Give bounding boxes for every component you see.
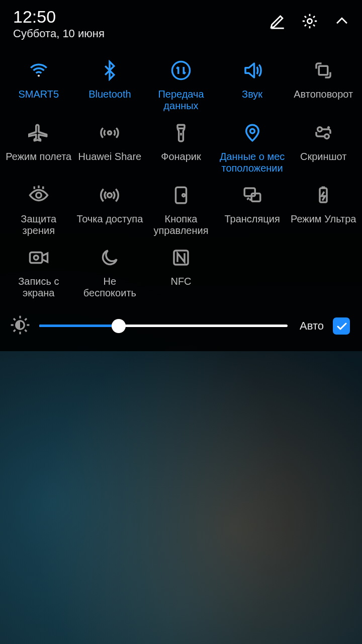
- navbtn-icon: [170, 184, 192, 206]
- tile-cast[interactable]: Трансляция: [217, 184, 288, 239]
- tile-screenrec[interactable]: Запись с экрана: [3, 247, 74, 302]
- gear-icon: [301, 13, 318, 30]
- tile-label: Точка доступа: [75, 213, 145, 225]
- hotspot-icon: [99, 184, 121, 206]
- nfc-icon: [170, 247, 192, 269]
- tile-label: Bluetooth: [86, 89, 133, 101]
- location-icon: [241, 122, 263, 144]
- check-icon: [336, 320, 347, 332]
- wifi-icon: [28, 59, 50, 82]
- dnd-icon: [99, 247, 121, 269]
- tile-flashlight[interactable]: Фонарик: [145, 122, 217, 177]
- tile-label: Звук: [240, 89, 264, 101]
- panel-header: 12:50 Суббота, 10 июня: [0, 6, 362, 45]
- tile-navbtn[interactable]: Кнопка управления: [145, 184, 217, 239]
- brightness-row: Авто: [0, 306, 362, 340]
- tile-label: Запись с экрана: [3, 276, 74, 299]
- quick-settings-panel: 12:50 Суббота, 10 июня SMART5BluetoothПе…: [0, 0, 362, 351]
- auto-brightness-label: Авто: [300, 319, 324, 333]
- data-icon: [170, 59, 192, 82]
- tile-label: Трансляция: [222, 213, 282, 225]
- settings-button[interactable]: [301, 12, 319, 30]
- brightness-icon: [10, 315, 30, 337]
- eyecomfort-icon: [28, 184, 50, 206]
- tile-data[interactable]: Передача данных: [145, 59, 217, 115]
- ultra-icon: [312, 184, 334, 206]
- tile-label: Huawei Share: [76, 151, 144, 163]
- tile-label: Кнопка управления: [145, 213, 217, 237]
- tile-label: Данные о мес тоположении: [217, 151, 288, 175]
- tile-hshare[interactable]: Huawei Share: [74, 122, 146, 177]
- tile-nfc[interactable]: NFC: [145, 247, 217, 302]
- date-text: Суббота, 10 июня: [13, 27, 268, 40]
- tile-label: Фонарик: [159, 151, 203, 163]
- tile-label: NFC: [168, 276, 193, 288]
- tile-dnd[interactable]: Не беспокоить: [74, 247, 146, 302]
- tile-sound[interactable]: Звук: [217, 59, 288, 115]
- tile-airplane[interactable]: Режим полета: [3, 122, 74, 177]
- tile-rotate[interactable]: Автоповорот: [288, 59, 359, 115]
- chevron-up-icon: [333, 13, 350, 30]
- screenrec-icon: [28, 247, 50, 269]
- tile-ultra[interactable]: Режим Ультра: [288, 184, 359, 239]
- collapse-button[interactable]: [333, 12, 351, 30]
- tile-label: Режим полета: [4, 151, 73, 163]
- tile-wifi[interactable]: SMART5: [3, 59, 74, 115]
- screenshot-icon: [312, 122, 334, 144]
- edit-button[interactable]: [268, 12, 287, 30]
- brightness-slider[interactable]: [39, 320, 288, 332]
- tile-hotspot[interactable]: Точка доступа: [74, 184, 146, 239]
- bluetooth-icon: [99, 59, 121, 82]
- pencil-icon: [269, 13, 286, 30]
- tile-label: Скриншот: [298, 151, 348, 163]
- tile-label: Автоповорот: [292, 89, 355, 101]
- flashlight-icon: [170, 122, 192, 144]
- tile-label: Режим Ультра: [289, 213, 358, 225]
- tile-label: SMART5: [16, 89, 61, 101]
- tile-bluetooth[interactable]: Bluetooth: [74, 59, 146, 115]
- hshare-icon: [99, 122, 121, 144]
- cast-icon: [241, 184, 263, 206]
- sound-icon: [241, 59, 263, 82]
- airplane-icon: [28, 122, 50, 144]
- rotate-icon: [312, 59, 334, 82]
- tile-location[interactable]: Данные о мес тоположении: [217, 122, 288, 177]
- tile-eyecomfort[interactable]: Защита зрения: [3, 184, 74, 239]
- tile-screenshot[interactable]: Скриншот: [288, 122, 359, 177]
- time-text: 12:50: [13, 8, 268, 26]
- tile-label: Не беспокоить: [74, 276, 146, 299]
- tile-label: Передача данных: [145, 89, 217, 112]
- tiles-grid: SMART5BluetoothПередача данныхЗвукАвтопо…: [0, 45, 362, 306]
- auto-brightness-checkbox[interactable]: [333, 317, 350, 335]
- clock-block: 12:50 Суббота, 10 июня: [13, 8, 268, 40]
- tile-label: Защита зрения: [3, 213, 74, 237]
- slider-thumb[interactable]: [112, 319, 126, 333]
